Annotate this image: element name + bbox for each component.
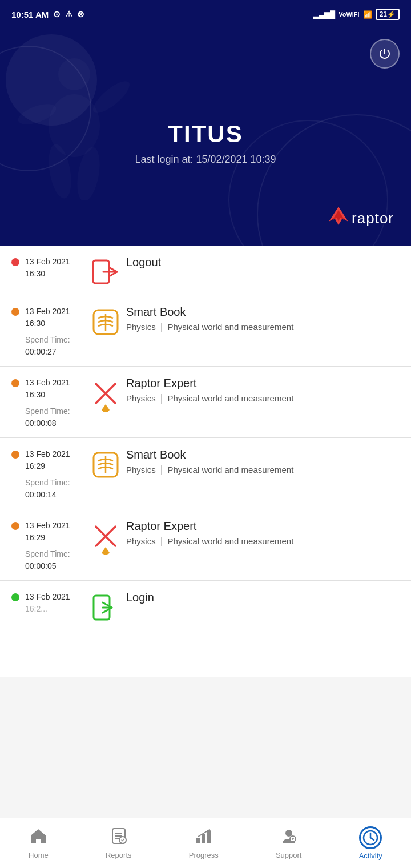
dot-container [11,591,19,601]
activity-subject: Physics | Physical world and measurement [126,392,400,404]
support-icon [280,827,297,849]
activity-content: Smart Book Physics | Physical world and … [126,448,400,476]
activity-icon [359,826,382,849]
nav-activity[interactable]: Activity [350,822,392,865]
power-button[interactable] [370,39,400,69]
svg-marker-14 [102,404,110,412]
activity-title: Raptor Expert [126,520,400,533]
svg-rect-29 [207,830,211,843]
activity-title: Logout [126,256,400,269]
nav-activity-label: Activity [359,851,382,860]
nav-support[interactable]: Support [267,823,311,864]
dot-container [11,448,19,459]
divider: | [160,464,163,476]
svg-line-36 [370,838,374,840]
activity-datetime: 13 Feb 2021 16:29 Spend Time: 00:00:14 [25,448,85,501]
raptor-expert-icon [85,520,126,555]
nav-home-label: Home [29,851,49,859]
dot-container [11,377,19,387]
activity-content: Login [126,591,400,604]
raptor-logo: raptor [328,206,394,231]
nav-reports[interactable]: Reports [96,823,141,864]
activity-title: Smart Book [126,306,400,319]
activity-content: Raptor Expert Physics | Physical world a… [126,377,400,404]
svg-point-0 [58,58,90,90]
raptor-expert-icon [85,377,126,412]
raptor-bird-icon [328,206,349,231]
status-right: ▂▄▆█ VoWiFi 📶 21⚡ [313,9,400,20]
battery-icon: 21⚡ [376,9,400,20]
activity-subject: Physics | Physical world and measurement [126,535,400,547]
nav-support-label: Support [276,851,302,859]
svg-rect-28 [202,834,206,843]
activity-item: 13 Feb 2021 16:30 Spend Time: 00:00:27 S… [0,295,411,367]
svg-rect-27 [196,838,200,843]
activity-item: 13 Feb 2021 16:30 Spend Time: 00:00:08 R… [0,367,411,438]
vo-wifi-icon: VoWiFi [339,11,359,18]
status-bar: 10:51 AM ⊙ ⚠ ⊗ ▂▄▆█ VoWiFi 📶 21⚡ [0,0,411,29]
activity-content: Logout [126,256,400,269]
activity-title: Login [126,591,400,604]
svg-point-3 [88,77,131,118]
bottom-nav: Home Reports Progress [0,818,411,868]
user-name: TITUS [168,120,243,148]
wifi-icon: 📶 [363,10,372,19]
dot-container [11,256,19,266]
location-icon: ⊙ [53,9,61,19]
signal-icon: ▂▄▆█ [313,10,335,19]
spend-time: Spend Time: 00:00:08 [25,405,85,429]
person-silhouette [17,51,131,202]
spend-time: Spend Time: 00:00:05 [25,548,85,572]
activity-item: 13 Feb 2021 16:2... Login [0,581,411,626]
smartbook-icon [85,306,126,337]
svg-marker-19 [102,547,110,555]
activity-list: 13 Feb 2021 16:30 Logout 13 Feb 2021 16:… [0,246,411,677]
status-time: 10:51 AM [11,10,49,19]
activity-dot [11,593,19,601]
nav-progress-label: Progress [189,851,219,859]
reports-icon [110,827,127,849]
activity-datetime: 13 Feb 2021 16:30 Spend Time: 00:00:08 [25,377,85,429]
status-left: 10:51 AM ⊙ ⚠ ⊗ [11,9,84,19]
activity-dot [11,379,19,387]
spend-time: Spend Time: 00:00:27 [25,334,85,358]
divider: | [160,321,163,333]
warning-icon: ⚠ [65,9,72,19]
svg-point-30 [285,830,292,837]
nav-home[interactable]: Home [19,823,58,864]
header-section: TITUS Last login at: 15/02/2021 10:39 ra… [0,29,411,246]
dot-container [11,306,19,316]
activity-item: 13 Feb 2021 16:29 Spend Time: 00:00:14 S… [0,438,411,509]
last-login: Last login at: 15/02/2021 10:39 [135,154,276,166]
smartbook-icon [85,448,126,480]
divider: | [160,535,163,547]
activity-title: Smart Book [126,448,400,461]
activity-item: 13 Feb 2021 16:30 Logout [0,246,411,295]
activity-clock [359,826,382,849]
activity-content: Smart Book Physics | Physical world and … [126,306,400,333]
login-icon [85,591,126,623]
home-icon [30,827,47,849]
divider: | [160,392,163,404]
activity-content: Raptor Expert Physics | Physical world a… [126,520,400,547]
activity-title: Raptor Expert [126,377,400,390]
dot-container [11,520,19,530]
nav-reports-label: Reports [106,851,132,859]
activity-item: 13 Feb 2021 16:29 Spend Time: 00:00:05 R… [0,509,411,581]
activity-dot [11,451,19,459]
activity-subject: Physics | Physical world and measurement [126,464,400,476]
activity-dot [11,258,19,266]
logout-icon [85,256,126,287]
activity-subject: Physics | Physical world and measurement [126,321,400,333]
circle-x-icon: ⊗ [77,9,84,19]
spend-time: Spend Time: 00:00:14 [25,477,85,501]
nav-progress[interactable]: Progress [180,823,228,864]
activity-datetime: 13 Feb 2021 16:2... [25,591,85,615]
raptor-logo-text: raptor [352,210,394,227]
activity-datetime: 13 Feb 2021 16:30 Spend Time: 00:00:27 [25,306,85,358]
activity-datetime: 13 Feb 2021 16:29 Spend Time: 00:00:05 [25,520,85,572]
progress-icon [195,827,212,849]
activity-dot [11,308,19,316]
activity-dot [11,522,19,530]
activity-datetime: 13 Feb 2021 16:30 [25,256,85,280]
